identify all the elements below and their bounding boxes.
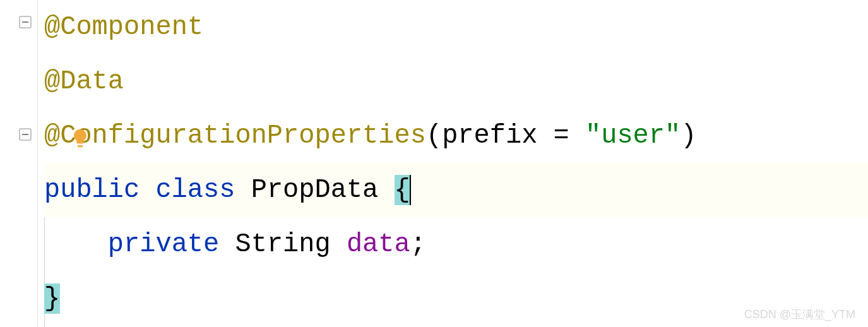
annotation: @ConfigurationProperties <box>44 121 426 151</box>
watermark-text: CSDN @玉满堂_YTM <box>744 307 855 322</box>
brace-open: { <box>395 175 410 205</box>
annotation: @Component <box>44 12 203 42</box>
param-text: prefix = <box>442 121 585 151</box>
keyword-public: public <box>44 175 155 205</box>
class-name: PropData <box>251 175 395 205</box>
code-line[interactable]: @Component <box>44 0 868 54</box>
code-editor[interactable]: @Component @Data @ConfigurationPropertie… <box>0 0 868 327</box>
fold-minus-icon[interactable] <box>18 120 35 138</box>
indent <box>44 229 108 259</box>
editor-gutter <box>0 0 38 327</box>
code-line[interactable]: @Data <box>44 54 868 109</box>
fold-minus-icon[interactable] <box>18 8 35 25</box>
paren-open: ( <box>426 121 442 151</box>
code-line[interactable]: private String data; <box>44 217 868 271</box>
annotation: @Data <box>44 66 124 97</box>
keyword-private: private <box>108 229 235 259</box>
keyword-class: class <box>155 175 251 205</box>
brace-close: } <box>44 283 60 314</box>
code-line-active[interactable]: public class PropData { <box>44 163 868 217</box>
paren-close: ) <box>681 121 696 151</box>
code-line[interactable]: @ConfigurationProperties(prefix = "user"… <box>44 109 868 163</box>
code-content[interactable]: @Component @Data @ConfigurationPropertie… <box>38 0 868 327</box>
type-name: String <box>235 229 346 259</box>
lightbulb-icon[interactable] <box>69 127 91 157</box>
string-literal: "user" <box>585 121 681 151</box>
semicolon: ; <box>410 229 426 259</box>
field-name: data <box>347 229 410 259</box>
text-cursor <box>410 175 411 205</box>
